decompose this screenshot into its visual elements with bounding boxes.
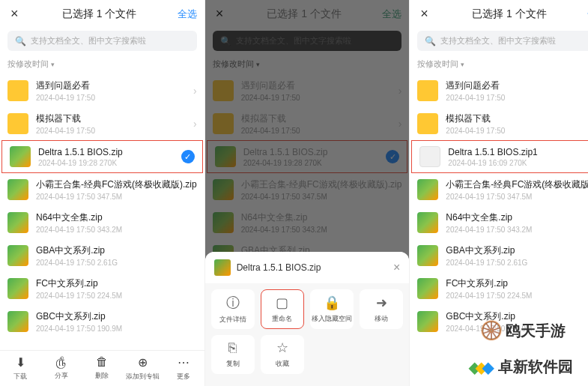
action-重命名[interactable]: ▢重命名 [261, 289, 304, 328]
zip-icon [7, 311, 28, 332]
file-name: 小霸王合集-经典FC游戏(终极收藏版).zip [446, 178, 588, 191]
file-item[interactable]: 遇到问题必看2024-04-19 17:50› [0, 74, 204, 107]
search-placeholder: 支持文档全文、图中文字搜索啦 [31, 35, 146, 46]
action-icon: ⓘ [226, 294, 240, 312]
folder-icon [7, 113, 28, 134]
tool-label: 分享 [55, 371, 68, 381]
file-name: 遇到问题必看 [36, 79, 193, 92]
close-icon[interactable]: × [417, 6, 431, 22]
file-name: GBA中文系列.zip [446, 244, 588, 257]
file-item[interactable]: 遇到问题必看2024-04-19 17:50› [410, 74, 588, 107]
select-all-button[interactable]: 全选 [178, 7, 197, 21]
action-移入隐藏空间[interactable]: 🔒移入隐藏空间 [310, 289, 354, 328]
file-item[interactable]: GBA中文系列.zip2024-04-19 17:50 2.61G [410, 239, 588, 272]
file-item[interactable]: GBA中文系列.zip2024-04-19 17:50 2.61G [0, 239, 204, 272]
action-复制[interactable]: ⎘复制 [211, 335, 255, 374]
file-item[interactable]: 小霸王合集-经典FC游戏(终极收藏版).zip2024-04-19 17:50 … [0, 173, 204, 206]
file-item[interactable]: N64中文全集.zip2024-04-19 17:50 343.2M [410, 206, 588, 239]
tool-icon: ⋯ [178, 355, 190, 370]
file-info: N64中文全集.zip2024-04-19 17:50 343.2M [36, 211, 197, 234]
action-label: 收藏 [276, 359, 289, 369]
file-name: 模拟器下载 [446, 112, 588, 125]
toolbar-更多[interactable]: ⋯更多 [163, 355, 204, 382]
action-文件详情[interactable]: ⓘ文件详情 [211, 289, 255, 328]
file-meta: 2024-04-19 17:50 224.5M [36, 292, 197, 300]
chevron-right-icon: › [193, 118, 197, 130]
sort-selector[interactable]: 按修改时间 ▾ [410, 57, 588, 74]
file-item[interactable]: FC中文系列.zip2024-04-19 17:50 224.5M [0, 272, 204, 305]
file-info: 小霸王合集-经典FC游戏(终极收藏版).zip2024-04-19 17:50 … [36, 178, 197, 201]
zip-icon [7, 278, 28, 299]
toolbar-添加到专辑[interactable]: ⊕添加到专辑 [123, 355, 164, 382]
file-info: 模拟器下载2024-04-19 17:50 [446, 112, 588, 135]
file-meta: 2024-04-19 17:50 [36, 127, 193, 135]
action-icon: ▢ [276, 295, 288, 311]
search-icon: 🔍 [425, 36, 436, 46]
file-info: GBA中文系列.zip2024-04-19 17:50 2.61G [36, 244, 197, 267]
search-input[interactable]: 🔍 支持文档全文、图中文字搜索啦 [7, 31, 197, 51]
file-meta: 2024-04-19 17:50 224.5M [446, 292, 588, 300]
toolbar-分享[interactable]: ௹分享 [41, 355, 82, 382]
file-meta: 2024-04-19 17:50 190.9M [36, 325, 197, 333]
tool-icon: ⊕ [138, 355, 148, 370]
checkbox-checked[interactable]: ✓ [181, 150, 195, 163]
action-label: 移入隐藏空间 [312, 314, 352, 324]
zip-icon [10, 146, 31, 167]
close-icon[interactable]: × [7, 6, 22, 22]
logo-icon: ◆◆◆ [469, 358, 494, 376]
file-meta: 2024-04-19 19:28 270K [38, 159, 181, 167]
file-meta: 2024-04-19 17:50 347.5M [36, 193, 197, 201]
file-info: FC中文系列.zip2024-04-19 17:50 224.5M [36, 277, 197, 300]
sheet-close-icon[interactable]: × [393, 261, 400, 274]
file-info: 遇到问题必看2024-04-19 17:50 [36, 79, 193, 102]
file-info: 模拟器下载2024-04-19 17:50 [36, 112, 193, 135]
zip-icon [417, 212, 438, 233]
file-item[interactable]: Deltra 1.5.1 BIOS.zip2024-04-19 19:28 27… [1, 140, 203, 173]
action-icon: ➜ [376, 295, 387, 311]
search-placeholder: 支持文档全文、图中文字搜索啦 [440, 35, 556, 46]
search-input[interactable]: 🔍 支持文档全文、图中文字搜索啦 [417, 31, 588, 51]
file-meta: 2024-04-19 17:50 [446, 94, 588, 102]
action-icon: ⎘ [228, 340, 237, 356]
action-label: 文件详情 [219, 315, 246, 325]
action-icon: ☆ [276, 340, 288, 356]
action-收藏[interactable]: ☆收藏 [261, 335, 304, 374]
file-item[interactable]: FC中文系列.zip2024-04-19 17:50 224.5M [410, 272, 588, 305]
screen-left: × 已选择 1 个文件 全选 🔍 支持文档全文、图中文字搜索啦 按修改时间 ▾ … [0, 0, 205, 386]
file-info: GBA中文系列.zip2024-04-19 17:50 2.61G [446, 244, 588, 267]
file-item[interactable]: Deltra 1.5.1 BIOS.zip12024-04-19 16:09 2… [411, 140, 588, 173]
sheet-filename: Deltra 1.5.1 BIOS.zip [237, 262, 321, 273]
toolbar-下载[interactable]: ⬇下载 [0, 355, 41, 382]
sort-label: 按修改时间 [7, 58, 49, 70]
screen-middle: × 已选择 1 个文件 全选 🔍 支持文档全文、图中文字搜索啦 按修改时间 ▾ … [205, 0, 410, 386]
sort-selector[interactable]: 按修改时间 ▾ [0, 57, 204, 74]
file-name: 模拟器下载 [36, 112, 193, 125]
file-name: N64中文全集.zip [36, 211, 197, 224]
file-meta: 2024-04-19 17:50 343.2M [446, 226, 588, 234]
zip-icon [417, 179, 438, 200]
action-label: 移动 [375, 314, 388, 324]
search-icon: 🔍 [15, 36, 26, 46]
file-item[interactable]: GBC中文系列.zip2024-04-19 17:50 190.9M [0, 305, 204, 338]
action-移动[interactable]: ➜移动 [360, 289, 403, 328]
file-info: FC中文系列.zip2024-04-19 17:50 224.5M [446, 277, 588, 300]
file-item[interactable]: N64中文全集.zip2024-04-19 17:50 343.2M [0, 206, 204, 239]
file-info: Deltra 1.5.1 BIOS.zip12024-04-19 16:09 2… [448, 147, 588, 167]
file-name: FC中文系列.zip [446, 277, 588, 290]
page-title: 已选择 1 个文件 [431, 7, 587, 21]
zip-icon [7, 212, 28, 233]
file-name: N64中文全集.zip [446, 211, 588, 224]
file-name: FC中文系列.zip [36, 277, 197, 290]
file-icon [419, 146, 440, 167]
sheet-actions: ⓘ文件详情▢重命名🔒移入隐藏空间➜移动⎘复制☆收藏 [205, 283, 410, 380]
zip-icon [7, 179, 28, 200]
tool-label: 下载 [13, 372, 27, 382]
file-meta: 2024-04-19 17:50 347.5M [446, 193, 588, 201]
file-item[interactable]: 小霸王合集-经典FC游戏(终极收藏版).zip2024-04-19 17:50 … [410, 173, 588, 206]
toolbar-删除[interactable]: 🗑删除 [82, 355, 123, 382]
file-meta: 2024-04-19 17:50 [446, 127, 588, 135]
file-item[interactable]: 模拟器下载2024-04-19 17:50› [410, 107, 588, 140]
file-meta: 2024-04-19 17:50 2.61G [446, 259, 588, 267]
file-item[interactable]: 模拟器下载2024-04-19 17:50› [0, 107, 204, 140]
zip-icon [417, 311, 438, 332]
